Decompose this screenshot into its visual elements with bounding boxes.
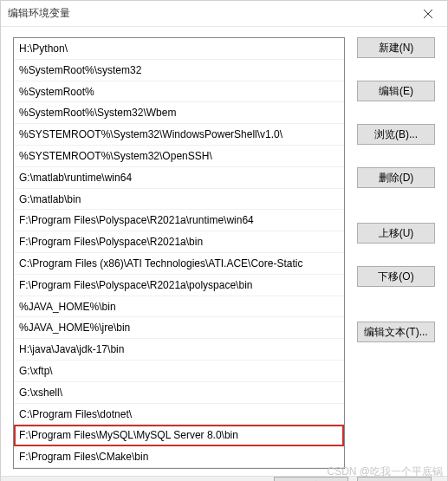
path-list-item[interactable]: F:\Program Files\Polyspace\R2021a\polysp…: [14, 275, 344, 296]
new-button[interactable]: 新建(N): [357, 37, 435, 58]
path-list-item[interactable]: F:\Program Files\MySQL\MySQL Server 8.0\…: [14, 425, 344, 446]
move-down-button[interactable]: 下移(O): [357, 266, 435, 287]
dialog-footer: 确定 取消: [1, 476, 447, 481]
browse-button[interactable]: 浏览(B)...: [357, 124, 435, 145]
close-button[interactable]: [408, 1, 447, 27]
path-list-item[interactable]: F:\Program Files\Polyspace\R2021a\bin: [14, 231, 344, 253]
path-list-item[interactable]: H:\Python\: [14, 38, 344, 60]
path-list-item[interactable]: %JAVA_HOME%\bin: [14, 296, 344, 318]
window-title: 编辑环境变量: [8, 6, 70, 21]
cancel-button[interactable]: 取消: [357, 477, 432, 481]
path-list-item[interactable]: G:\matlab\runtime\win64: [14, 167, 344, 189]
path-list-item[interactable]: %SystemRoot%: [14, 81, 344, 103]
titlebar: 编辑环境变量: [1, 1, 447, 27]
path-list-item[interactable]: F:\Program Files\CMake\bin: [14, 446, 344, 468]
button-column: 新建(N) 编辑(E) 浏览(B)... 删除(D) 上移(U) 下移(O) 编…: [357, 37, 435, 469]
path-list-item[interactable]: C:\Program Files\dotnet\: [14, 404, 344, 426]
path-list-item[interactable]: H:\java\Java\jdk-17\bin: [14, 339, 344, 361]
path-list-item[interactable]: %SystemRoot%\system32: [14, 60, 344, 81]
path-list-item[interactable]: C:\Program Files (x86)\ATI Technologies\…: [14, 253, 344, 275]
delete-button[interactable]: 删除(D): [357, 167, 435, 188]
path-list-item[interactable]: G:\xshell\: [14, 382, 344, 404]
edit-button[interactable]: 编辑(E): [357, 81, 435, 101]
path-list-item[interactable]: %SystemRoot%\System32\Wbem: [14, 102, 344, 124]
path-listbox[interactable]: H:\Python\%SystemRoot%\system32%SystemRo…: [13, 37, 345, 469]
path-list-item[interactable]: %SYSTEMROOT%\System32\OpenSSH\: [14, 146, 344, 167]
path-list-item[interactable]: %JAVA_HOME%\jre\bin: [14, 317, 344, 339]
path-list-item[interactable]: G:\matlab\bin: [14, 189, 344, 211]
close-icon: [424, 10, 432, 18]
dialog-window: 编辑环境变量 H:\Python\%SystemRoot%\system32%S…: [0, 0, 448, 481]
move-up-button[interactable]: 上移(U): [357, 223, 435, 244]
path-list-item[interactable]: G:\xftp\: [14, 361, 344, 382]
content-area: H:\Python\%SystemRoot%\system32%SystemRo…: [1, 27, 447, 476]
ok-button[interactable]: 确定: [274, 477, 348, 481]
path-list-item[interactable]: F:\Program Files\Polyspace\R2021a\runtim…: [14, 210, 344, 231]
edit-text-button[interactable]: 编辑文本(T)...: [357, 322, 435, 342]
path-list-item[interactable]: %SYSTEMROOT%\System32\WindowsPowerShell\…: [14, 124, 344, 146]
